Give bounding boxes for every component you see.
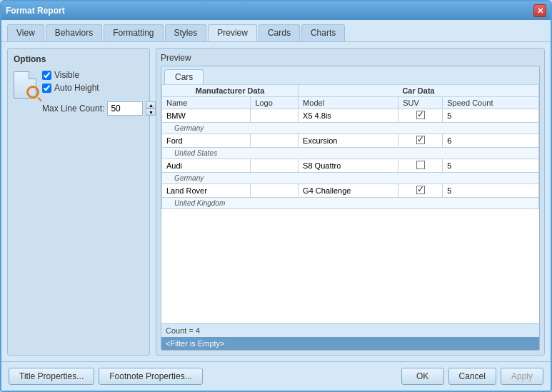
visible-checkbox[interactable] [42, 71, 51, 80]
preview-content: Cars Manufacturer Data Car Data Name Log… [161, 66, 540, 351]
max-line-label: Max Line Count: [42, 104, 104, 114]
spinner-buttons: ▲ ▼ [146, 101, 156, 116]
checkbox-unchecked-icon [416, 161, 425, 169]
preview-table: Manufacturer Data Car Data Name Logo Mod… [161, 84, 539, 209]
subtotal-row: Germany [162, 123, 539, 134]
ok-button[interactable]: OK [401, 368, 444, 385]
row-suv [398, 159, 443, 173]
bottom-left-buttons: Title Properties... Footnote Properties.… [9, 368, 203, 385]
col-name-header: Name [162, 97, 251, 109]
table-row: Ford Excursion 6 [162, 134, 539, 148]
subtotal-row: United Kingdom [162, 198, 539, 209]
magnify-handle-icon [37, 97, 41, 101]
tab-behaviors[interactable]: Behaviors [46, 24, 102, 41]
row-speed: 5 [443, 109, 539, 123]
content-area: Options Visible Auto H [1, 42, 551, 361]
table-row: Audi S8 Quattro 5 [162, 159, 539, 173]
row-speed: 6 [443, 134, 539, 148]
row-logo [251, 109, 298, 123]
row-logo [251, 159, 298, 173]
subtotal-label: Germany [162, 173, 539, 184]
row-logo [251, 134, 298, 148]
col-speed-header: Speed Count [443, 97, 539, 109]
tab-preview[interactable]: Preview [208, 24, 257, 41]
document-icon [14, 71, 36, 99]
row-speed: 5 [443, 159, 539, 173]
count-label: Count = 4 [166, 326, 200, 335]
options-area: Visible Auto Height Max Line Count: ▲ ▼ [14, 70, 144, 116]
visible-row: Visible [42, 70, 156, 80]
subtotal-row: United States [162, 148, 539, 159]
row-speed: 5 [443, 184, 539, 198]
checkboxes-area: Visible Auto Height Max Line Count: ▲ ▼ [42, 70, 156, 116]
apply-button[interactable]: Apply [501, 368, 543, 385]
tab-styles[interactable]: Styles [165, 24, 207, 41]
row-model: S8 Quattro [298, 159, 398, 173]
tab-charts[interactable]: Charts [301, 24, 345, 41]
bottom-right-buttons: OK Cancel Apply [401, 368, 543, 385]
checkbox-checked-icon [416, 136, 425, 144]
table-row: BMW X5 4.8is 5 [162, 109, 539, 123]
row-model: G4 Challenge [298, 184, 398, 198]
window-title: Format Report [6, 6, 65, 16]
row-model: X5 4.8is [298, 109, 398, 123]
preview-table-area: Manufacturer Data Car Data Name Logo Mod… [161, 84, 539, 323]
footnote-properties-button[interactable]: Footnote Properties... [99, 368, 202, 385]
table-row: Land Rover G4 Challenge 5 [162, 184, 539, 198]
title-bar: Format Report ✕ [1, 1, 551, 20]
filter-label: <Filter is Empty> [166, 339, 225, 348]
bottom-bar: Title Properties... Footnote Properties.… [1, 361, 551, 391]
preview-icon-area [14, 70, 36, 100]
options-title: Options [14, 54, 144, 64]
visible-label[interactable]: Visible [54, 70, 79, 80]
spinner-up-button[interactable]: ▲ [146, 101, 156, 109]
auto-height-label[interactable]: Auto Height [54, 83, 99, 93]
tab-cards[interactable]: Cards [259, 24, 300, 41]
row-name: Land Rover [162, 184, 251, 198]
preview-label: Preview [161, 53, 540, 63]
col-logo-header: Logo [251, 97, 298, 109]
title-properties-button[interactable]: Title Properties... [9, 368, 94, 385]
tab-formatting[interactable]: Formatting [104, 24, 163, 41]
left-panel: Options Visible Auto H [7, 48, 150, 356]
row-suv [398, 134, 443, 148]
cancel-button[interactable]: Cancel [448, 368, 496, 385]
row-name: Ford [162, 134, 251, 148]
col-suv-header: SUV [398, 97, 443, 109]
subtotal-row: Germany [162, 173, 539, 184]
subtotal-label: Germany [162, 123, 539, 134]
format-report-window: Format Report ✕ View Behaviors Formattin… [0, 0, 552, 392]
row-name: BMW [162, 109, 251, 123]
auto-height-row: Auto Height [42, 83, 156, 93]
row-suv [398, 184, 443, 198]
checkbox-checked-icon [416, 111, 425, 119]
right-panel: Preview Cars Manufacturer Data Car Data [156, 48, 545, 356]
checkbox-checked-icon [416, 186, 425, 194]
col-model-header: Model [298, 97, 398, 109]
manufacturer-header: Manufacturer Data [162, 85, 298, 97]
filter-bar: <Filter is Empty> [161, 337, 539, 350]
tabs-bar: View Behaviors Formatting Styles Preview… [1, 20, 551, 42]
row-model: Excursion [298, 134, 398, 148]
preview-tab-bar: Cars [161, 66, 539, 84]
max-line-row: Max Line Count: ▲ ▼ [42, 101, 156, 116]
row-name: Audi [162, 159, 251, 173]
max-line-input[interactable] [107, 101, 143, 116]
row-suv [398, 109, 443, 123]
count-bar: Count = 4 [161, 323, 539, 337]
tab-view[interactable]: View [7, 24, 44, 41]
subtotal-label: United Kingdom [162, 198, 539, 209]
spinner-down-button[interactable]: ▼ [146, 109, 156, 116]
auto-height-checkbox[interactable] [42, 84, 51, 93]
preview-cars-tab[interactable]: Cars [164, 69, 204, 84]
car-header: Car Data [298, 85, 539, 97]
close-button[interactable]: ✕ [533, 4, 546, 17]
row-logo [251, 184, 298, 198]
subtotal-label: United States [162, 148, 539, 159]
